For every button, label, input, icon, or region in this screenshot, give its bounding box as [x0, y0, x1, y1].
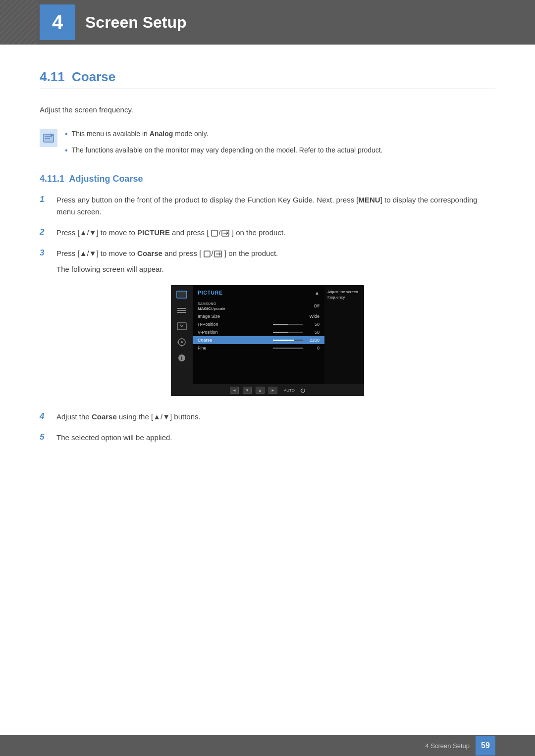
sidebar-icon-4: [175, 337, 189, 348]
bottom-power-icon: ⏻: [300, 388, 305, 393]
fine-right: 0: [273, 346, 320, 351]
svg-text:i: i: [181, 355, 183, 361]
step-5: 5 The selected option will be applied.: [40, 432, 495, 444]
step-number-1: 1: [40, 194, 51, 204]
fine-label: Fine: [198, 346, 207, 351]
menu-main-area: PICTURE ▲ SAMSUNG MAGICUpscale Off Image…: [193, 285, 324, 384]
upscale-right: Off: [306, 303, 320, 308]
step-text-4: Adjust the Coarse using the [▲/▼] button…: [56, 411, 201, 423]
monitor-screen: i PICTURE ▲ SAMSUNG MAGICUpscale: [171, 285, 364, 396]
vposition-value: 50: [306, 330, 320, 335]
menu-row-fine: Fine 0: [193, 344, 324, 352]
upscale-value: Off: [306, 303, 320, 308]
footer-page-number: 59: [476, 736, 495, 756]
note-item-2: The functions available on the monitor m…: [65, 145, 383, 157]
menu-row-vposition: V-Position 50: [193, 328, 324, 336]
menu-row-imagesize: Image Size Wide: [193, 312, 324, 320]
hposition-slider: [273, 324, 303, 325]
menu-row-coarse: Coarse 2200: [193, 336, 324, 344]
bottom-btn-up: ▲: [256, 387, 265, 394]
fine-value: 0: [306, 346, 320, 351]
imagesize-label: Image Size: [198, 314, 220, 319]
step-2: 2 Press [▲/▼] to move to PICTURE and pre…: [40, 227, 495, 239]
step-number-3: 3: [40, 248, 51, 258]
chapter-number: 4: [52, 11, 63, 34]
page-header: 4 Screen Setup: [0, 0, 535, 45]
coarse-value: 2200: [306, 338, 320, 343]
sidebar-icon-3: [175, 321, 189, 332]
menu-arrow-up: ▲: [315, 290, 320, 296]
upscale-label: SAMSUNG MAGICUpscale: [198, 301, 225, 311]
step-text-5: The selected option will be applied.: [56, 432, 172, 444]
svg-rect-6: [212, 230, 217, 236]
bottom-auto-label: AUTO: [284, 388, 295, 393]
header-title: Screen Setup: [85, 13, 187, 32]
step-number-2: 2: [40, 227, 51, 237]
steps-list-2: 4 Adjust the Coarse using the [▲/▼] butt…: [40, 411, 495, 444]
hposition-right: 50: [273, 322, 320, 327]
svg-rect-13: [178, 292, 186, 297]
menu-header-row: PICTURE ▲: [193, 288, 324, 298]
sub-section-heading: 4.11.1 Adjusting Coarse: [40, 174, 495, 184]
step-number-4: 4: [40, 411, 51, 421]
svg-point-19: [181, 341, 183, 343]
step-3: 3 Press [▲/▼] to move to Coarse and pres…: [40, 248, 495, 259]
menu-row-hposition: H-Position 50: [193, 320, 324, 328]
hposition-label: H-Position: [198, 322, 218, 327]
hatch-corner: [0, 0, 37, 45]
hposition-value: 50: [306, 322, 320, 327]
step-number-5: 5: [40, 432, 51, 442]
menu-sidebar: i: [171, 285, 193, 384]
bottom-btn-right: ►: [268, 387, 277, 394]
bottom-btn-left: ◄: [230, 387, 239, 394]
imagesize-value: Wide: [306, 314, 320, 319]
chapter-number-box: 4: [40, 4, 75, 40]
coarse-slider: [273, 340, 303, 341]
vposition-slider: [273, 332, 303, 333]
menu-title: PICTURE: [198, 290, 223, 296]
main-content: 4.11 Coarse Adjust the screen frequency.…: [0, 45, 535, 492]
menu-row-upscale: SAMSUNG MAGICUpscale Off: [193, 300, 324, 312]
monitor-menu: i PICTURE ▲ SAMSUNG MAGICUpscale: [171, 285, 364, 384]
step-4: 4 Adjust the Coarse using the [▲/▼] butt…: [40, 411, 495, 423]
menu-help-panel: Adjust the screen frequency: [324, 285, 364, 384]
step-1: 1 Press any button on the front of the p…: [40, 194, 495, 218]
note-box: This menu is available in Analog mode on…: [40, 128, 495, 156]
steps-list: 1 Press any button on the front of the p…: [40, 194, 495, 259]
step-3-subtext: The following screen will appear.: [56, 263, 495, 275]
note-content: This menu is available in Analog mode on…: [65, 128, 383, 156]
svg-rect-1: [0, 0, 37, 45]
sidebar-icon-picture: [175, 289, 189, 300]
step-text-2: Press [▲/▼] to move to PICTURE and press…: [56, 227, 285, 239]
menu-bottom-bar: ◄ ▼ ▲ ► AUTO ⏻: [171, 384, 364, 396]
step-text-3: Press [▲/▼] to move to Coarse and press …: [56, 248, 278, 259]
vposition-label: V-Position: [198, 330, 218, 335]
coarse-right: 2200: [273, 338, 320, 343]
sidebar-icon-5: i: [175, 353, 189, 363]
page-footer: 4 Screen Setup 59: [0, 735, 535, 756]
note-item-1: This menu is available in Analog mode on…: [65, 128, 383, 141]
sidebar-icon-2: [175, 305, 189, 316]
help-text: Adjust the screen frequency: [327, 290, 358, 300]
section-heading: 4.11 Coarse: [40, 69, 495, 89]
footer-text: 4 Screen Setup: [425, 742, 470, 750]
vposition-right: 50: [273, 330, 320, 335]
step-text-1: Press any button on the front of the pro…: [56, 194, 495, 218]
section-intro: Adjust the screen frequency.: [40, 104, 495, 116]
note-icon: [40, 129, 57, 147]
coarse-label: Coarse: [198, 338, 212, 343]
bottom-btn-down: ▼: [243, 387, 252, 394]
svg-rect-9: [204, 251, 210, 257]
fine-slider: [273, 348, 303, 349]
imagesize-right: Wide: [306, 314, 320, 319]
